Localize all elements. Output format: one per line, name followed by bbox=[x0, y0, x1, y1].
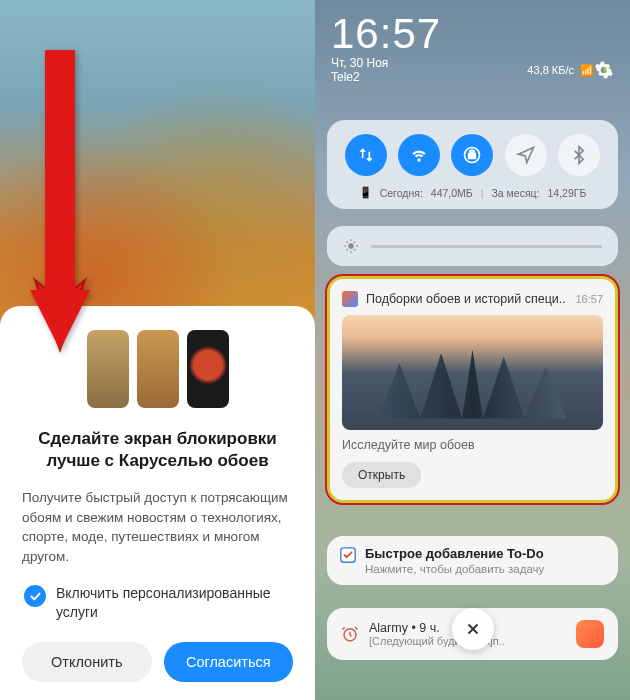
sim-icon: 📱 bbox=[359, 186, 372, 199]
usage-today-label: Сегодня: bbox=[380, 187, 423, 199]
wallpaper-preview-image bbox=[342, 315, 603, 430]
settings-gear-icon[interactable] bbox=[594, 60, 614, 80]
data-usage-row[interactable]: 📱 Сегодня: 447,0МБ | За месяц: 14,29ГБ bbox=[339, 186, 606, 199]
modal-buttons: Отклонить Согласиться bbox=[22, 642, 293, 682]
usage-divider: | bbox=[481, 187, 484, 199]
carousel-prompt-modal: Сделайте экран блокировки лучше с Карусе… bbox=[0, 306, 315, 700]
wallpaper-notif-title: Подборки обоев и историй специ.. bbox=[366, 292, 566, 306]
brightness-track[interactable] bbox=[371, 245, 602, 248]
status-carrier: Tele2 bbox=[331, 70, 388, 84]
modal-title: Сделайте экран блокировки лучше с Карусе… bbox=[22, 428, 293, 472]
annotation-arrow bbox=[20, 40, 100, 360]
lock-toggle[interactable] bbox=[451, 134, 493, 176]
location-toggle[interactable] bbox=[505, 134, 547, 176]
checkbox-checked-icon[interactable] bbox=[24, 585, 46, 607]
todo-notif-subtitle: Нажмите, чтобы добавить задачу bbox=[365, 563, 544, 575]
bluetooth-toggle[interactable] bbox=[558, 134, 600, 176]
usage-month-label: За месяц: bbox=[491, 187, 539, 199]
wallpaper-app-icon bbox=[342, 291, 358, 307]
todo-check-icon bbox=[339, 546, 357, 564]
status-date: Чт, 30 Ноя bbox=[331, 56, 388, 70]
alarmy-app-icon bbox=[576, 620, 604, 648]
brightness-slider-panel[interactable] bbox=[327, 226, 618, 266]
accept-button[interactable]: Согласиться bbox=[164, 642, 294, 682]
todo-notif-title: Быстрое добавление To-Do bbox=[365, 546, 544, 561]
right-screenshot: 16:57 Чт, 30 Ноя Tele2 43,8 КБ/с 📶 🔋 📱 С… bbox=[315, 0, 630, 700]
close-notifications-button[interactable] bbox=[452, 608, 494, 650]
quick-toggles-panel: 📱 Сегодня: 447,0МБ | За месяц: 14,29ГБ bbox=[327, 120, 618, 209]
usage-month-value: 14,29ГБ bbox=[548, 187, 587, 199]
status-bar: 16:57 Чт, 30 Ноя Tele2 43,8 КБ/с 📶 🔋 bbox=[315, 0, 630, 88]
close-icon bbox=[464, 620, 482, 638]
signal-icon: 📶 bbox=[580, 64, 594, 77]
wifi-toggle[interactable] bbox=[398, 134, 440, 176]
alarm-clock-icon bbox=[341, 625, 359, 643]
brightness-icon bbox=[343, 238, 359, 254]
checkbox-label: Включить персонализированные услуги bbox=[56, 584, 293, 622]
todo-notification[interactable]: Быстрое добавление To-Do Нажмите, чтобы … bbox=[327, 536, 618, 585]
network-speed: 43,8 КБ/с bbox=[527, 64, 574, 76]
personalized-checkbox-row[interactable]: Включить персонализированные услуги bbox=[22, 584, 293, 622]
decline-button[interactable]: Отклонить bbox=[22, 642, 152, 682]
usage-today-value: 447,0МБ bbox=[431, 187, 473, 199]
wallpaper-notification[interactable]: Подборки обоев и историй специ.. 16:57 И… bbox=[327, 276, 618, 503]
svg-point-1 bbox=[348, 243, 353, 248]
status-time: 16:57 bbox=[331, 10, 614, 58]
left-screenshot: Сделайте экран блокировки лучше с Карусе… bbox=[0, 0, 315, 700]
modal-description: Получите быстрый доступ к потрясающим об… bbox=[22, 488, 293, 566]
thumbnail-3 bbox=[187, 330, 229, 408]
status-date-carrier: Чт, 30 Ноя Tele2 bbox=[331, 56, 388, 84]
wallpaper-notif-time: 16:57 bbox=[575, 293, 603, 305]
open-button[interactable]: Открыть bbox=[342, 462, 421, 488]
wallpaper-notif-subtitle: Исследуйте мир обоев bbox=[342, 438, 603, 452]
thumbnail-2 bbox=[137, 330, 179, 408]
mobile-data-toggle[interactable] bbox=[345, 134, 387, 176]
